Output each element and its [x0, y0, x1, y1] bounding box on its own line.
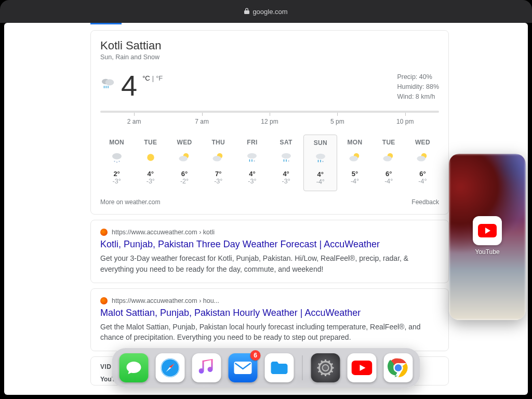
forecast-day-name: MON [100, 139, 133, 146]
forecast-day[interactable]: TUE4°-3° [134, 135, 167, 191]
result-breadcrumb: https://www.accuweather.com › kotli [112, 229, 215, 236]
svg-line-46 [322, 361, 323, 362]
settings-app-icon[interactable] [311, 353, 340, 382]
forecast-day[interactable]: SAT4°-3° [270, 135, 302, 191]
browser-address-bar[interactable]: google.com [0, 0, 532, 23]
forecast-day-name: FRI [236, 139, 269, 146]
accuweather-favicon [100, 297, 108, 304]
result-title[interactable]: Malot Sattian, Punjab, Pakistan Hourly W… [100, 308, 439, 318]
weather-more-link[interactable]: More on weather.com [100, 198, 160, 206]
weather-card: Kotli Sattian Sun, Rain and Snow [90, 30, 449, 215]
forecast-day-icon [236, 150, 269, 165]
svg-point-25 [322, 161, 323, 162]
result-snippet: Get the Malot Sattian, Punjab, Pakistan … [100, 322, 439, 343]
svg-point-17 [254, 161, 255, 162]
search-result[interactable]: https://www.accuweather.com › hou... Mal… [90, 288, 449, 352]
files-app-icon[interactable] [265, 353, 294, 382]
svg-line-43 [318, 371, 320, 372]
svg-point-22 [316, 154, 325, 159]
forecast-day-name: SUN [304, 139, 337, 147]
forecast-day-name: WED [406, 139, 439, 146]
weather-humidity: Humidity: 88% [397, 82, 439, 92]
svg-point-27 [350, 156, 358, 162]
youtube-app-icon[interactable] [348, 353, 377, 382]
forecast-high: 4° [304, 170, 337, 178]
svg-point-14 [247, 153, 257, 159]
forecast-low: -4° [406, 178, 439, 185]
chrome-app-icon[interactable] [384, 353, 413, 382]
weather-forecast-row: MON2°-3°TUE4°-3°WED6°-2°THU7°-3°FRI4°-3°… [100, 135, 439, 191]
forecast-high: 4° [236, 170, 269, 178]
timeline-hour-label: 2 am [127, 118, 141, 125]
notification-badge: 6 [250, 350, 261, 361]
forecast-low: -3° [134, 178, 167, 185]
slideover-panel[interactable]: YouTube [449, 154, 526, 320]
forecast-high: 4° [134, 170, 167, 178]
messages-app-icon[interactable] [119, 353, 149, 382]
forecast-day[interactable]: TUE6°-4° [373, 135, 405, 191]
slideover-app-label: YouTube [473, 248, 502, 256]
forecast-day-icon [100, 150, 133, 165]
weather-stats: Precip: 40% Humidity: 88% Wind: 8 km/h [397, 72, 439, 101]
forecast-low: -4° [338, 178, 371, 185]
unit-fahrenheit[interactable]: °F [156, 74, 163, 82]
forecast-day[interactable]: FRI4°-3° [236, 135, 269, 191]
forecast-day-name: TUE [134, 139, 167, 146]
svg-point-21 [288, 161, 289, 162]
forecast-day-name: WED [168, 139, 201, 146]
forecast-day[interactable]: WED6°-2° [168, 135, 201, 191]
forecast-day-icon [406, 150, 439, 165]
svg-line-42 [322, 373, 323, 375]
timeline-hour-label: 10 pm [396, 118, 414, 125]
forecast-low: -3° [270, 178, 302, 185]
forecast-day[interactable]: SUN4°-4° [303, 135, 337, 191]
result-title[interactable]: Kotli, Punjab, Pakistan Three Day Weathe… [100, 239, 439, 250]
weather-condition: Sun, Rain and Snow [100, 54, 439, 61]
unit-celsius[interactable]: °C [142, 74, 150, 82]
weather-feedback-link[interactable]: Feedback [411, 198, 439, 206]
forecast-high: 6° [168, 170, 201, 178]
weather-hourly-timeline[interactable]: 2 am7 am12 pm5 pm10 pm [100, 111, 439, 131]
forecast-day-icon [134, 150, 167, 165]
weather-precip: Precip: 40% [397, 72, 439, 82]
accuweather-favicon [100, 229, 108, 236]
forecast-high: 4° [270, 170, 302, 178]
svg-point-37 [323, 365, 329, 371]
forecast-day-name: TUE [373, 139, 405, 146]
forecast-day[interactable]: MON5°-4° [338, 135, 371, 191]
forecast-day[interactable]: WED6°-4° [406, 135, 439, 191]
forecast-low: -4° [373, 178, 405, 185]
svg-line-49 [331, 364, 332, 365]
svg-line-40 [329, 373, 330, 375]
timeline-hour-label: 5 pm [330, 118, 344, 125]
forecast-day[interactable]: MON2°-3° [100, 135, 133, 191]
result-breadcrumb: https://www.accuweather.com › hou... [112, 297, 219, 304]
forecast-high: 2° [100, 170, 133, 178]
music-app-icon[interactable] [192, 353, 221, 382]
forecast-low: -2° [168, 178, 201, 185]
forecast-high: 6° [373, 170, 405, 178]
timeline-hour-label: 12 pm [261, 118, 278, 125]
weather-location: Kotli Sattian [100, 39, 439, 52]
dock-separator [302, 355, 303, 380]
svg-point-36 [320, 362, 332, 374]
forecast-day-icon [270, 150, 302, 165]
weather-wind: Wind: 8 km/h [397, 92, 439, 102]
svg-point-7 [116, 162, 117, 163]
youtube-app-icon[interactable] [473, 216, 502, 245]
active-tab-indicator [90, 23, 122, 24]
forecast-low: -3° [100, 178, 133, 185]
forecast-day-icon [373, 150, 405, 165]
search-result[interactable]: https://www.accuweather.com › kotli Kotl… [90, 220, 449, 283]
forecast-low: -3° [202, 178, 235, 185]
result-snippet: Get your 3-Day weather forecast for Kotl… [100, 253, 439, 274]
forecast-high: 7° [202, 170, 235, 178]
timeline-hour-label: 7 am [195, 118, 209, 125]
svg-line-39 [331, 371, 332, 372]
svg-point-13 [213, 156, 222, 162]
weather-current-temp: 4 [121, 71, 137, 100]
forecast-day-name: SAT [270, 139, 302, 146]
forecast-day-icon [304, 151, 337, 165]
forecast-day[interactable]: THU7°-3° [202, 135, 235, 191]
safari-app-icon[interactable] [156, 353, 185, 382]
